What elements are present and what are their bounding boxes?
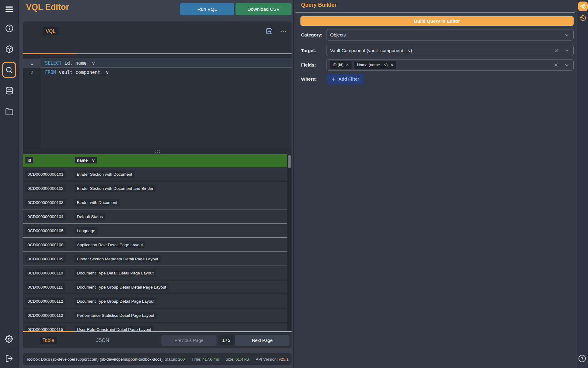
category-label: Category: [301, 32, 322, 37]
chevron-down-icon[interactable] [564, 62, 570, 68]
run-vql-button[interactable]: Run VQL [180, 3, 234, 15]
package-icon[interactable] [0, 42, 18, 56]
add-filter-label: Add Filter [338, 77, 359, 82]
add-filter-button[interactable]: Add Filter [327, 74, 364, 84]
table-row: 0CD000000000111Document Type Group Detai… [23, 280, 287, 294]
docs-link[interactable]: Toolbox Docs (sb-developersupport.com) (… [26, 357, 163, 362]
chevron-down-icon[interactable] [564, 32, 570, 38]
save-icon[interactable] [266, 28, 273, 35]
cell-name: Document Type Detail Detail Page Layout [75, 269, 156, 276]
time-stat: Time: 417.0 ms [191, 357, 219, 362]
column-header-name: name__v [75, 157, 97, 163]
more-options-icon[interactable] [280, 28, 287, 35]
cell-id: 0CD000000000103 [25, 199, 66, 206]
cell-id: 0CD000000000101 [25, 171, 66, 178]
build-query-button[interactable]: Build Query in Editor [300, 16, 574, 26]
cell-name: Performance Statistics Detail Page Layou… [75, 312, 156, 319]
settings-icon[interactable] [0, 332, 18, 346]
table-row: 0CD000000000110Document Type Detail Deta… [23, 266, 287, 280]
field-chip-label: ID (id) [333, 63, 343, 67]
horizontal-resize-handle[interactable] [23, 148, 292, 154]
left-sidebar [0, 0, 19, 368]
line-number: 2 [23, 68, 41, 77]
field-chip: Name (name__v) [354, 61, 396, 69]
code-text: SELECT id, name__v [41, 59, 95, 68]
previous-page-button[interactable]: Previous Page [161, 335, 217, 346]
query-builder-title: Query Builder [301, 2, 337, 8]
code-editor[interactable]: 1SELECT id, name__v2FROM vault_component… [23, 54, 292, 148]
cell-name: Binder with Document [75, 199, 119, 206]
folder-icon[interactable] [0, 105, 18, 118]
tab-json-label: JSON [96, 338, 109, 343]
cell-id: 0CD000000000109 [25, 255, 66, 262]
category-select[interactable]: Objects [326, 29, 574, 40]
api-version-link[interactable]: v25.1 [279, 357, 288, 362]
remove-field-icon[interactable] [390, 63, 394, 67]
table-row: 0CD000000000115User Role Constraint Deta… [23, 322, 287, 331]
cell-id: 0CD000000000110 [25, 269, 65, 276]
status-stat: Status: 200 [164, 357, 185, 362]
table-scrollbar[interactable] [287, 154, 292, 331]
results-toolbar: Table JSON Previous Page 1 / 2 Next Page [23, 332, 292, 348]
vql-editor-app: VQL Editor Run VQL Download CSV VQL 1SEL… [0, 0, 588, 368]
clear-icon[interactable] [554, 63, 559, 67]
download-csv-button[interactable]: Download CSV [236, 3, 292, 15]
info-icon[interactable] [0, 21, 18, 35]
size-value: 61.4 kB [236, 357, 249, 362]
tab-vql-label: VQL [46, 29, 55, 34]
code-line[interactable]: 1SELECT id, name__v [23, 59, 292, 68]
cell-id: 0CD000000000115 [25, 326, 65, 331]
fields-label: Fields: [301, 62, 316, 67]
line-number: 1 [23, 59, 41, 68]
logout-icon[interactable] [0, 352, 18, 365]
results-table: id name__v 0CD000000000101Binder Section… [23, 154, 292, 331]
query-builder-divider [296, 12, 575, 13]
chevron-down-icon[interactable] [564, 48, 570, 53]
cell-name: User Role Constraint Detail Page Layout [75, 326, 153, 331]
help-icon[interactable]: ? [579, 355, 586, 362]
cell-id: 0CD000000000104 [25, 213, 66, 220]
cell-name: Binder Section with Document [75, 171, 134, 178]
tab-vql[interactable]: VQL [43, 27, 58, 35]
menu-icon[interactable] [0, 2, 18, 16]
history-icon[interactable] [579, 15, 586, 21]
table-row: 0CD000000000102Binder Section with Docum… [23, 181, 287, 195]
cell-name: Language [75, 227, 97, 234]
page-indicator: 1 / 2 [220, 335, 233, 345]
cell-id: 0CD000000000111 [25, 283, 65, 290]
field-chip: ID (id) [330, 61, 352, 69]
category-value: Objects [330, 32, 346, 37]
where-label: Where: [301, 76, 317, 82]
cell-name: Document Type Group Detail Page Layout [75, 297, 156, 305]
schema-flow-button[interactable] [578, 2, 588, 11]
fields-select[interactable]: ID (id)Name (name__v) [326, 59, 574, 71]
cell-name: Binder Section with Document and Binder [75, 185, 156, 192]
target-select[interactable]: Vault Component (vault_component__v) [326, 45, 574, 56]
cell-id: 0CD000000000105 [25, 227, 66, 234]
code-line[interactable]: 2FROM vault_component__v [23, 68, 292, 77]
clear-icon[interactable] [554, 48, 559, 53]
table-header-row: id name__v [23, 154, 287, 167]
scrollbar-thumb[interactable] [288, 155, 291, 168]
cell-id: 0CD000000000113 [25, 312, 65, 319]
remove-field-icon[interactable] [346, 63, 349, 67]
table-row: 0CD000000000112Document Type Group Detai… [23, 294, 287, 308]
tab-table-label: Table [40, 337, 56, 344]
vql-editor-panel: VQL 1SELECT id, name__v2FROM vault_compo… [23, 21, 292, 148]
query-builder-panel: Query Builder Build Query in Editor Cate… [293, 0, 577, 368]
search-icon[interactable] [2, 62, 16, 78]
time-value: 417.0 ms [202, 357, 219, 362]
drag-dots-icon [155, 150, 160, 153]
cell-name: Default Status [75, 213, 105, 220]
table-row: 0CD000000000103Binder with Document [23, 195, 287, 209]
table-row: 0CD000000000101Binder Section with Docum… [23, 167, 287, 181]
table-row: 0CD000000000108Application Role Detail P… [23, 238, 287, 252]
next-page-button[interactable]: Next Page [235, 335, 289, 346]
table-row: 0CD000000000113Performance Statistics De… [23, 308, 287, 322]
cell-name: Document Type Group Detail Detail Page L… [75, 283, 168, 290]
database-icon[interactable] [0, 84, 18, 97]
tab-json[interactable]: JSON [74, 338, 132, 343]
tab-table[interactable]: Table [23, 338, 74, 343]
code-text: FROM vault_component__v [41, 68, 109, 77]
field-chip-label: Name (name__v) [357, 63, 387, 67]
